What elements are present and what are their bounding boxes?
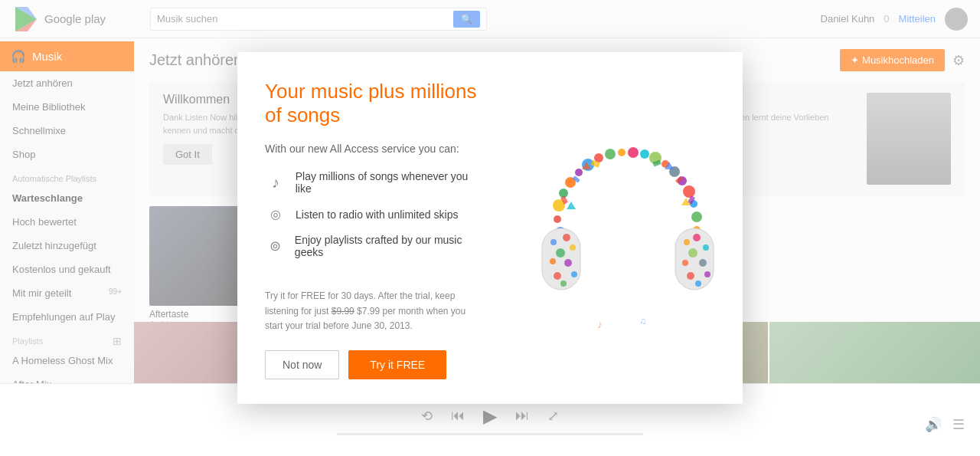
svg-point-52 xyxy=(695,280,701,287)
svg-point-39 xyxy=(564,259,572,267)
svg-point-13 xyxy=(628,147,639,158)
svg-point-48 xyxy=(682,260,688,266)
svg-point-46 xyxy=(703,244,709,251)
svg-point-42 xyxy=(560,280,567,287)
headphone-illustration: ♪ ♫ ♩ xyxy=(528,113,727,343)
music-note-icon: ♪ xyxy=(265,174,286,192)
trial-text: Try it for FREE for 30 days. After the t… xyxy=(265,289,485,333)
svg-point-14 xyxy=(640,149,649,159)
modal-subtitle: With our new All Access service you can: xyxy=(265,143,485,155)
svg-point-38 xyxy=(550,258,556,264)
feature-item-2: ⊚ Enjoy playlists crafted by our music g… xyxy=(265,234,485,258)
sale-price: $7.99 xyxy=(357,306,380,317)
svg-point-4 xyxy=(554,215,561,223)
svg-point-35 xyxy=(563,234,570,241)
try-free-button[interactable]: Try it FREE xyxy=(348,350,446,379)
feature-text-0: Play millions of songs whenever you like xyxy=(296,170,485,195)
radio-icon: ◎ xyxy=(265,207,286,221)
svg-text:♫: ♫ xyxy=(639,316,646,326)
svg-point-11 xyxy=(605,149,616,159)
svg-point-47 xyxy=(688,248,697,258)
feature-item-1: ◎ Listen to radio with unlimited skips xyxy=(265,207,485,221)
svg-text:♪: ♪ xyxy=(597,318,603,330)
modal-overlay: Your music plus millions of songs With o… xyxy=(0,0,980,456)
feature-text-2: Enjoy playlists crafted by our music gee… xyxy=(295,234,485,258)
feature-list: ♪ Play millions of songs whenever you li… xyxy=(265,170,485,271)
svg-point-37 xyxy=(556,248,565,258)
modal-left: Your music plus millions of songs With o… xyxy=(237,52,513,404)
svg-point-36 xyxy=(570,244,576,251)
svg-point-44 xyxy=(684,239,690,245)
all-access-modal: Your music plus millions of songs With o… xyxy=(237,52,743,404)
not-now-button[interactable]: Not now xyxy=(265,350,339,379)
modal-title: Your music plus millions of songs xyxy=(265,80,485,127)
feature-item-0: ♪ Play millions of songs whenever you li… xyxy=(265,170,485,195)
svg-point-45 xyxy=(693,234,701,241)
original-price: $9.99 xyxy=(332,306,354,317)
svg-rect-33 xyxy=(542,228,580,290)
modal-right: ♪ ♫ ♩ xyxy=(513,52,743,404)
svg-point-8 xyxy=(575,169,583,176)
svg-point-50 xyxy=(704,271,710,277)
feature-text-1: Listen to radio with unlimited skips xyxy=(296,208,458,221)
svg-point-19 xyxy=(683,185,695,198)
svg-marker-29 xyxy=(567,202,576,209)
svg-point-40 xyxy=(571,271,577,277)
playlist-icon: ⊚ xyxy=(265,238,286,254)
svg-point-41 xyxy=(554,272,561,280)
svg-point-12 xyxy=(618,149,626,156)
svg-point-21 xyxy=(691,212,702,222)
svg-point-49 xyxy=(699,259,707,267)
modal-actions: Not now Try it FREE xyxy=(265,350,485,379)
svg-point-34 xyxy=(550,239,557,245)
svg-point-51 xyxy=(687,272,694,280)
